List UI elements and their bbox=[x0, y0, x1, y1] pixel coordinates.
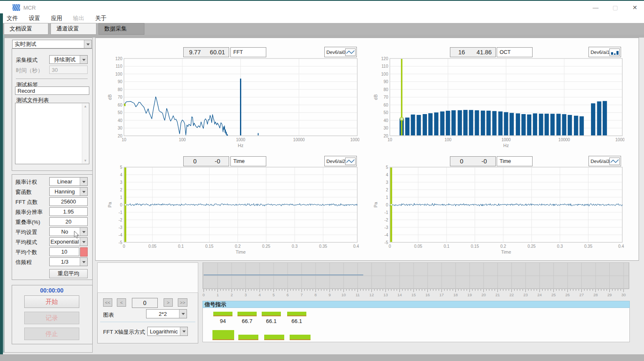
freq-resolution-input[interactable]: 1.95 bbox=[49, 207, 88, 216]
tab-1[interactable]: 通道设置 bbox=[51, 23, 96, 35]
nav-next-button[interactable]: > bbox=[164, 298, 173, 307]
freq-weighting-select[interactable]: Linear bbox=[49, 177, 88, 186]
svg-text:120: 120 bbox=[115, 56, 122, 61]
fft-xaxis-select[interactable]: Logarithmic bbox=[147, 327, 188, 336]
svg-text:40: 40 bbox=[384, 118, 389, 123]
menu-item-1[interactable]: 设置 bbox=[28, 14, 41, 23]
svg-text:0.2: 0.2 bbox=[500, 244, 506, 249]
svg-text:100000: 100000 bbox=[350, 137, 359, 142]
svg-text:100: 100 bbox=[444, 137, 452, 142]
window-bottom-border bbox=[0, 354, 644, 361]
tab-2[interactable]: 数据采集 bbox=[98, 23, 144, 35]
chevron-down-icon bbox=[80, 258, 87, 266]
avg-setting-select[interactable]: No bbox=[49, 227, 88, 236]
octave-band-label: 倍频程 bbox=[15, 259, 32, 266]
measure-mode-select[interactable]: 实时测试 bbox=[12, 40, 92, 48]
svg-text:Hz: Hz bbox=[503, 143, 509, 148]
test-file-listbox[interactable]: ▲ ▼ bbox=[15, 103, 89, 164]
svg-text:0.35: 0.35 bbox=[584, 244, 593, 249]
svg-text:0.3: 0.3 bbox=[557, 244, 563, 249]
svg-text:13: 13 bbox=[384, 292, 388, 297]
fft-points-input[interactable]: 25600 bbox=[49, 197, 88, 206]
svg-text:2: 2 bbox=[230, 292, 232, 297]
svg-text:14: 14 bbox=[397, 292, 402, 297]
signal-level-bar-bottom-0 bbox=[212, 330, 234, 340]
svg-text:80: 80 bbox=[118, 87, 123, 92]
signal-level-value-3: 66.1 bbox=[287, 318, 306, 324]
tab-0[interactable]: 文档设置 bbox=[4, 23, 48, 35]
restart-average-button[interactable]: 重启平均 bbox=[49, 269, 88, 278]
chevron-down-icon bbox=[179, 310, 187, 318]
svg-text:50: 50 bbox=[384, 110, 389, 115]
time1-chart[interactable]: -5-4-3-2-101234500.050.10.150.20.250.30.… bbox=[106, 163, 359, 257]
svg-text:30: 30 bbox=[621, 292, 626, 297]
svg-text:0.15: 0.15 bbox=[471, 244, 479, 249]
svg-text:Pa: Pa bbox=[373, 201, 378, 207]
window-function-label: 窗函数 bbox=[15, 188, 32, 196]
svg-text:-4: -4 bbox=[119, 233, 122, 237]
fft-points-label: FFT 点数 bbox=[15, 198, 38, 206]
start-button[interactable]: 开始 bbox=[24, 295, 79, 308]
window-function-select[interactable]: Hanning bbox=[49, 187, 88, 196]
fft-chart[interactable]: 2030405060708090100110120101001000100001… bbox=[106, 55, 359, 150]
signal-indicator-body: 9466.766.166.1 bbox=[202, 308, 630, 342]
svg-text:100: 100 bbox=[381, 72, 388, 76]
nav-last-button[interactable]: >> bbox=[178, 298, 187, 307]
time2-chart[interactable]: -5-4-3-2-101234500.050.10.150.20.250.30.… bbox=[372, 163, 624, 257]
svg-text:0: 0 bbox=[389, 244, 391, 249]
avg-count-input[interactable]: 10 bbox=[49, 247, 79, 256]
record-overview-timeline[interactable]: 0123456789101112131415161718192021222324… bbox=[202, 262, 630, 298]
window-function-value: Hanning bbox=[50, 188, 80, 196]
svg-text:5: 5 bbox=[273, 292, 275, 297]
chevron-down-icon bbox=[180, 327, 187, 336]
test-label-input[interactable]: Record bbox=[15, 86, 89, 95]
svg-text:16: 16 bbox=[425, 292, 430, 297]
menu-item-2[interactable]: 应用 bbox=[50, 14, 63, 23]
oct-chart[interactable]: 2030405060708090100110120101001000100001… bbox=[372, 55, 624, 150]
svg-text:50: 50 bbox=[118, 110, 123, 115]
maximize-button[interactable]: ▢ bbox=[608, 1, 622, 14]
svg-text:27: 27 bbox=[579, 292, 584, 297]
overlap-rate-input[interactable]: 20 bbox=[49, 217, 88, 226]
svg-text:17: 17 bbox=[439, 292, 444, 297]
chart-layout-select[interactable]: 2*2 bbox=[146, 309, 187, 318]
nav-prev-button[interactable]: < bbox=[117, 298, 126, 307]
svg-text:1: 1 bbox=[120, 195, 122, 200]
signal-level-bar-top-0 bbox=[213, 312, 232, 316]
scroll-down-icon[interactable]: ▼ bbox=[84, 158, 87, 163]
avg-mode-select[interactable]: Exponential bbox=[49, 237, 88, 246]
scroll-up-icon[interactable]: ▲ bbox=[84, 104, 87, 109]
svg-text:100: 100 bbox=[179, 137, 186, 142]
nav-first-button[interactable]: << bbox=[103, 298, 112, 307]
empty-list-box bbox=[97, 262, 198, 293]
svg-text:30: 30 bbox=[384, 126, 389, 130]
svg-text:0.3: 0.3 bbox=[292, 244, 298, 249]
scrollbar[interactable]: ▲ ▼ bbox=[82, 104, 88, 163]
signal-indicator-header: 信号指示 bbox=[202, 301, 630, 308]
oct-channel-label: Dev6/ai1 bbox=[591, 50, 609, 55]
chart-layout-label: 图表 bbox=[103, 311, 114, 319]
svg-text:4: 4 bbox=[120, 173, 122, 177]
time1-channel-label: Dev6/ai2 bbox=[326, 159, 345, 164]
svg-text:0.15: 0.15 bbox=[205, 244, 214, 249]
menu-item-0[interactable]: 文件 bbox=[5, 14, 19, 23]
nav-page-input[interactable]: 0 bbox=[132, 298, 158, 308]
svg-text:-5: -5 bbox=[119, 240, 122, 245]
svg-text:0: 0 bbox=[386, 203, 388, 207]
svg-text:70: 70 bbox=[118, 95, 123, 99]
close-button[interactable]: ✕ bbox=[628, 1, 642, 14]
svg-text:5: 5 bbox=[386, 165, 388, 170]
svg-text:11: 11 bbox=[356, 292, 360, 297]
signal-level-value-2: 66.1 bbox=[262, 318, 281, 324]
menu-item-4[interactable]: 关于 bbox=[94, 14, 108, 23]
menu-item-3: 输出 bbox=[72, 14, 86, 23]
divider bbox=[100, 322, 195, 322]
signal-level-bar-bottom-1 bbox=[238, 335, 258, 340]
time2-channel-label: Dev6/ai3 bbox=[591, 159, 609, 164]
acquisition-mode-select[interactable]: 持续测试 bbox=[49, 55, 88, 64]
octave-band-select[interactable]: 1/3 bbox=[49, 257, 88, 266]
chevron-down-icon bbox=[80, 178, 87, 186]
minimize-button[interactable]: — bbox=[588, 1, 603, 14]
svg-text:10000: 10000 bbox=[293, 137, 305, 142]
svg-text:110: 110 bbox=[116, 64, 122, 69]
